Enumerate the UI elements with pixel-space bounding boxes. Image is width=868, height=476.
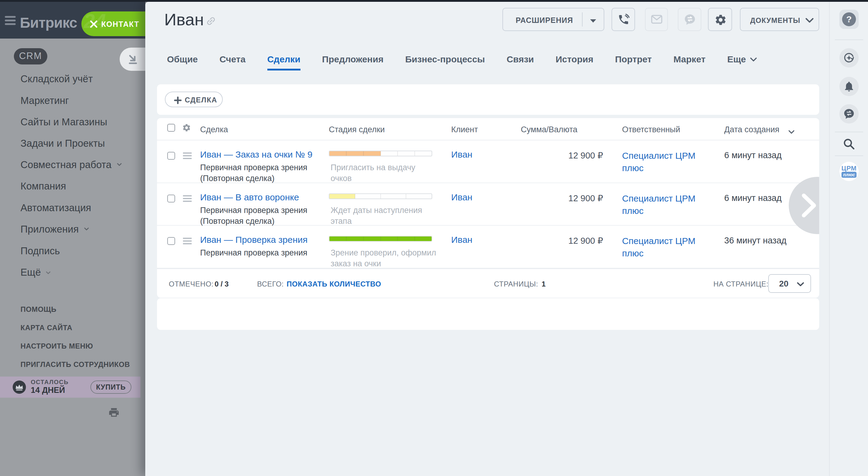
documents-label: ДОКУМЕНТЫ: [750, 16, 800, 25]
stage-progress-bar: [329, 193, 432, 199]
contact-entity-badge[interactable]: 24 КОНТАКТ: [82, 11, 145, 36]
sidebar-item-collaboration[interactable]: Совместная работа: [21, 159, 141, 170]
grid-toolbar-card: СДЕЛКА: [157, 84, 819, 115]
client-link[interactable]: Иван: [451, 192, 472, 202]
sidebar-item-marketing[interactable]: Маркетинг: [21, 95, 141, 106]
tab-quotes[interactable]: Предложения: [322, 54, 384, 70]
deal-title-link[interactable]: Иван — Проверка зрения: [200, 235, 307, 245]
tab-history[interactable]: История: [556, 54, 593, 70]
copy-link-icon[interactable]: [206, 16, 216, 28]
column-header-deal[interactable]: Сделка: [200, 125, 228, 134]
call-button[interactable]: [612, 8, 635, 31]
sidebar-item-company[interactable]: Компания: [21, 181, 141, 192]
row-checkbox[interactable]: [167, 152, 175, 160]
tab-more[interactable]: Еще: [727, 54, 757, 70]
column-header-client[interactable]: Клиент: [451, 125, 478, 134]
tab-business-processes[interactable]: Бизнес-процессы: [405, 54, 485, 70]
tab-invoices[interactable]: Счета: [219, 54, 245, 70]
page-size-select[interactable]: 20: [768, 274, 811, 293]
responsible-link[interactable]: Специалист ЦРМ плюс: [622, 150, 701, 174]
sidebar-item-sitemap[interactable]: КАРТА САЙТА: [21, 323, 141, 332]
crm-mode-button[interactable]: [839, 48, 859, 67]
column-header-stage[interactable]: Стадия сделки: [329, 125, 385, 134]
column-header-created[interactable]: Дата создания: [724, 125, 779, 134]
chevron-down-icon: [797, 282, 804, 287]
sidebar-item-configure-menu[interactable]: НАСТРОИТЬ МЕНЮ: [21, 342, 141, 350]
row-checkbox[interactable]: [167, 237, 175, 245]
sidebar: CRM Складской учёт Маркетинг Сайты и Маг…: [0, 38, 145, 476]
responsible-link[interactable]: Специалист ЦРМ плюс: [622, 235, 701, 259]
crm-plus-app-button[interactable]: ЦРМ плюс: [839, 162, 859, 181]
buy-button[interactable]: КУПИТЬ: [90, 381, 131, 394]
add-deal-button[interactable]: СДЕЛКА: [165, 92, 223, 107]
help-button[interactable]: ?: [839, 10, 859, 29]
column-header-responsible[interactable]: Ответственный: [622, 125, 680, 134]
sort-chevron-icon[interactable]: [788, 127, 795, 136]
close-icon[interactable]: [90, 20, 98, 28]
drag-handle-icon[interactable]: [183, 195, 192, 202]
page-size-label: НА СТРАНИЦЕ:: [713, 280, 769, 288]
row-checkbox[interactable]: [167, 195, 175, 202]
sidebar-item-invite-employees[interactable]: ПРИГЛАСИТЬ СОТРУДНИКОВ: [21, 360, 141, 369]
responsible-link[interactable]: Специалист ЦРМ плюс: [622, 192, 701, 217]
sidebar-item-apps[interactable]: Приложения: [21, 224, 141, 235]
column-header-amount[interactable]: Сумма/Валюта: [521, 125, 578, 134]
messenger-button[interactable]: [678, 8, 701, 31]
documents-button[interactable]: ДОКУМЕНТЫ: [740, 8, 819, 31]
select-all-checkbox[interactable]: [167, 124, 175, 132]
notifications-button[interactable]: [839, 77, 859, 96]
stage-name: Пригласить на выдачу очков: [331, 162, 437, 184]
deal-amount: 12 900 ₽: [489, 150, 603, 161]
settings-button[interactable]: [708, 8, 732, 31]
sidebar-item-automation[interactable]: Автоматизация: [21, 202, 141, 214]
stage-name: Зрение проверил, оформил заказ на очки: [331, 247, 437, 269]
show-count-link[interactable]: ПОКАЗАТЬ КОЛИЧЕСТВО: [287, 280, 381, 288]
page-size-value: 20: [779, 279, 788, 289]
grid-settings-gear-icon[interactable]: [182, 123, 191, 133]
sidebar-item-sites[interactable]: Сайты и Магазины: [21, 116, 141, 128]
messenger-rail-button[interactable]: [839, 104, 859, 124]
deal-amount: 12 900 ₽: [489, 193, 603, 203]
tab-portrait[interactable]: Портрет: [615, 54, 652, 70]
drag-handle-icon[interactable]: [183, 238, 192, 244]
deal-title-link[interactable]: Иван — В авто воронке: [200, 192, 299, 202]
sidebar-item-more[interactable]: Ещё: [21, 266, 141, 278]
right-toolbar-rail: ? ЦРМ плюс: [829, 2, 868, 476]
client-link[interactable]: Иван: [451, 150, 472, 160]
grid-header-row: Сделка Стадия сделки Клиент Сумма/Валюта…: [157, 118, 819, 140]
email-button[interactable]: [645, 8, 668, 31]
created-date: 6 минут назад: [724, 150, 781, 160]
rail-divider: [835, 39, 863, 40]
deals-grid-card: Сделка Стадия сделки Клиент Сумма/Валюта…: [157, 118, 819, 298]
sidebar-item-tasks[interactable]: Задачи и Проекты: [21, 138, 141, 149]
button-divider: [582, 12, 583, 27]
deal-row[interactable]: Иван — В авто воронке Первичная проверка…: [157, 183, 819, 226]
extensions-button[interactable]: РАСШИРЕНИЯ: [502, 8, 604, 31]
pages-label: СТРАНИЦЫ:: [494, 280, 538, 288]
search-button[interactable]: [842, 137, 856, 151]
crown-icon: [13, 381, 26, 394]
sidebar-collapse-button[interactable]: [120, 47, 145, 71]
window-top-strip: [0, 0, 868, 2]
menu-burger-icon[interactable]: [5, 16, 16, 25]
deal-funnel-name: Первичная проверка зрения (Повторная сде…: [200, 205, 333, 227]
sidebar-item-help[interactable]: ПОМОЩЬ: [21, 305, 141, 314]
deal-title-link[interactable]: Иван — Заказ на очки № 9: [200, 150, 313, 160]
sidebar-item-signature[interactable]: Подпись: [21, 245, 141, 257]
tab-market[interactable]: Маркет: [674, 54, 706, 70]
sidebar-item-warehouse[interactable]: Складской учёт: [21, 73, 141, 85]
top-navigation-bar: Битрикс 24 КОНТАКТ: [0, 2, 145, 38]
drag-handle-icon[interactable]: [183, 153, 192, 159]
chevron-down-icon: [805, 18, 814, 24]
entity-badge-label: КОНТАКТ: [101, 20, 139, 29]
empty-bottom-card: [157, 298, 819, 330]
deal-row[interactable]: Иван — Проверка зрения Первичная проверк…: [157, 226, 819, 268]
tab-deals-active[interactable]: Сделки: [267, 54, 301, 70]
deal-row[interactable]: Иван — Заказ на очки № 9 Первичная прове…: [157, 140, 819, 183]
tab-general[interactable]: Общие: [167, 54, 198, 70]
tab-relations[interactable]: Связи: [507, 54, 534, 70]
client-link[interactable]: Иван: [451, 235, 472, 245]
sidebar-item-crm-active[interactable]: CRM: [14, 48, 47, 64]
chat-arrows-icon: [843, 108, 855, 120]
printer-icon[interactable]: [108, 407, 121, 419]
